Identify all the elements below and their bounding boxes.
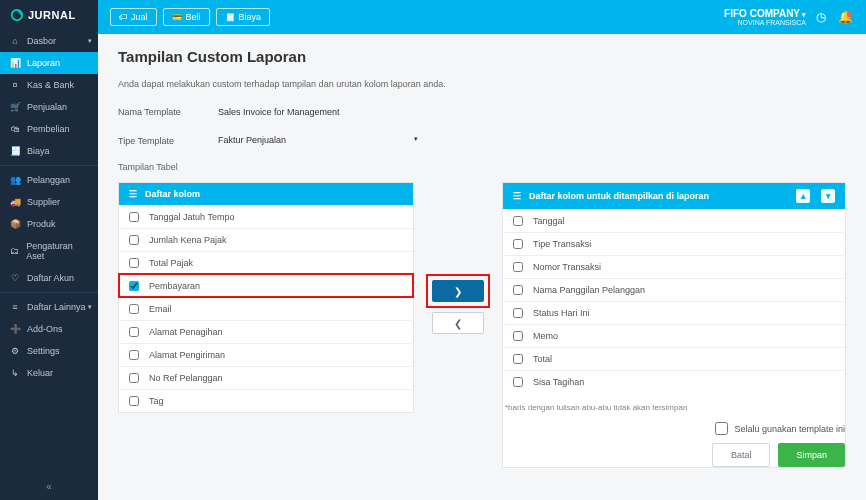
always-use-row[interactable]: Selalu gunakan template ini xyxy=(715,422,845,435)
column-label: Tanggal Jatuh Tempo xyxy=(149,212,234,222)
save-button[interactable]: Simpan xyxy=(778,443,845,467)
available-column-row[interactable]: Tag xyxy=(119,389,413,412)
column-label: Tipe Transaksi xyxy=(533,239,591,249)
sidebar-item-dasbor[interactable]: ⌂Dasbor▾ xyxy=(0,30,98,52)
column-checkbox[interactable] xyxy=(513,285,523,295)
sidebar-item-pengaturan-aset[interactable]: 🗂Pengaturan Aset xyxy=(0,235,98,267)
chevron-down-icon: ▾ xyxy=(88,303,92,311)
transfer-buttons: ❯ ❮ xyxy=(428,182,488,334)
selected-column-row[interactable]: Sisa Tagihan xyxy=(503,370,845,393)
brand-logo[interactable]: JURNAL xyxy=(0,0,98,30)
clock-icon[interactable]: ◷ xyxy=(812,10,830,24)
sidebar-icon: ↳ xyxy=(10,368,20,378)
sidebar-icon: ➕ xyxy=(10,324,20,334)
selected-column-row[interactable]: Memo xyxy=(503,324,845,347)
selected-columns-header: ☰ Daftar kolom untuk ditampilkan di lapo… xyxy=(503,183,845,209)
panel-note: *baris dengan tulisan abu-abu tidak akan… xyxy=(503,399,845,412)
template-name-input[interactable]: Sales Invoice for Management xyxy=(218,103,340,121)
available-column-row[interactable]: Alamat Pengiriman xyxy=(119,343,413,366)
template-type-row: Tipe Template Faktur Penjualan ▾ xyxy=(118,131,846,150)
column-checkbox[interactable] xyxy=(513,354,523,364)
sidebar-item-keluar[interactable]: ↳Keluar xyxy=(0,362,98,384)
column-checkbox[interactable] xyxy=(513,216,523,226)
sidebar-item-label: Pembelian xyxy=(27,124,70,134)
company-switcher[interactable]: FIFO COMPANY NOVINA FRANSISCA xyxy=(724,8,806,27)
selected-column-row[interactable]: Tanggal xyxy=(503,209,845,232)
sidebar-item-daftar-akun[interactable]: ♡Daftar Akun xyxy=(0,267,98,289)
list-icon: ☰ xyxy=(513,191,521,201)
column-checkbox[interactable] xyxy=(513,308,523,318)
topbar-biaya-button[interactable]: 🧾Biaya xyxy=(216,8,271,26)
page-description: Anda dapat melakukan custom terhadap tam… xyxy=(118,79,846,89)
sidebar-icon: 🛒 xyxy=(10,102,20,112)
column-checkbox[interactable] xyxy=(513,377,523,387)
column-checkbox[interactable] xyxy=(129,212,139,222)
sidebar-item-settings[interactable]: ⚙Settings xyxy=(0,340,98,362)
topbar-jual-button[interactable]: 🏷Jual xyxy=(110,8,157,26)
add-column-button[interactable]: ❯ xyxy=(432,280,484,302)
column-checkbox[interactable] xyxy=(129,304,139,314)
column-checkbox[interactable] xyxy=(513,262,523,272)
sidebar-collapse[interactable]: « xyxy=(0,473,98,500)
available-column-row[interactable]: Email xyxy=(119,297,413,320)
sidebar-item-label: Produk xyxy=(27,219,56,229)
logo-icon xyxy=(10,8,24,22)
available-column-row[interactable]: Pembayaran xyxy=(119,274,413,297)
selected-column-row[interactable]: Status Hari Ini xyxy=(503,301,845,324)
list-icon: ☰ xyxy=(129,189,137,199)
selected-column-row[interactable]: Tipe Transaksi xyxy=(503,232,845,255)
sidebar-item-label: Dasbor xyxy=(27,36,56,46)
column-label: Status Hari Ini xyxy=(533,308,590,318)
column-label: Jumlah Kena Pajak xyxy=(149,235,227,245)
sidebar-item-kas-&-bank[interactable]: ¤Kas & Bank xyxy=(0,74,98,96)
available-column-row[interactable]: No Ref Pelanggan xyxy=(119,366,413,389)
column-checkbox[interactable] xyxy=(129,281,139,291)
column-checkbox[interactable] xyxy=(129,373,139,383)
sidebar-item-pelanggan[interactable]: 👥Pelanggan xyxy=(0,169,98,191)
available-column-row[interactable]: Tanggal Jatuh Tempo xyxy=(119,205,413,228)
template-type-label: Tipe Template xyxy=(118,136,218,146)
column-checkbox[interactable] xyxy=(513,331,523,341)
sidebar-item-label: Settings xyxy=(27,346,60,356)
sidebar: JURNAL ⌂Dasbor▾📊Laporan¤Kas & Bank🛒Penju… xyxy=(0,0,98,500)
sidebar-item-label: Pengaturan Aset xyxy=(26,241,88,261)
sidebar-item-label: Keluar xyxy=(27,368,53,378)
remove-column-button[interactable]: ❮ xyxy=(432,312,484,334)
topbar-beli-button[interactable]: 💳Beli xyxy=(163,8,210,26)
template-type-select[interactable]: Faktur Penjualan ▾ xyxy=(218,131,418,150)
available-column-row[interactable]: Jumlah Kena Pajak xyxy=(119,228,413,251)
column-checkbox[interactable] xyxy=(129,396,139,406)
topbar-btn-icon: 🏷 xyxy=(119,13,127,22)
column-checkbox[interactable] xyxy=(129,235,139,245)
column-checkbox[interactable] xyxy=(513,239,523,249)
selected-column-row[interactable]: Nama Panggilan Pelanggan xyxy=(503,278,845,301)
page-title: Tampilan Custom Laporan xyxy=(118,48,846,65)
sidebar-item-pembelian[interactable]: 🛍Pembelian xyxy=(0,118,98,140)
sidebar-item-label: Laporan xyxy=(27,58,60,68)
move-up-button[interactable]: ▴ xyxy=(796,189,810,203)
sidebar-item-penjualan[interactable]: 🛒Penjualan xyxy=(0,96,98,118)
selected-column-row[interactable]: Nomor Transaksi xyxy=(503,255,845,278)
column-checkbox[interactable] xyxy=(129,327,139,337)
bell-icon[interactable]: 🔔 xyxy=(836,10,854,24)
always-use-checkbox[interactable] xyxy=(715,422,728,435)
column-checkbox[interactable] xyxy=(129,258,139,268)
sidebar-item-label: Penjualan xyxy=(27,102,67,112)
highlight-add: ❯ xyxy=(428,276,488,306)
selected-column-row[interactable]: Total xyxy=(503,347,845,370)
sidebar-item-daftar-lainnya[interactable]: ≡Daftar Lainnya▾ xyxy=(0,296,98,318)
sidebar-item-add-ons[interactable]: ➕Add-Ons xyxy=(0,318,98,340)
available-columns-panel: ☰ Daftar kolom Tanggal Jatuh TempoJumlah… xyxy=(118,182,414,413)
chevron-down-icon: ▾ xyxy=(414,135,418,145)
sidebar-item-supplier[interactable]: 🚚Supplier xyxy=(0,191,98,213)
sidebar-item-laporan[interactable]: 📊Laporan xyxy=(0,52,98,74)
sidebar-item-label: Biaya xyxy=(27,146,50,156)
cancel-button[interactable]: Batal xyxy=(712,443,771,467)
column-checkbox[interactable] xyxy=(129,350,139,360)
sidebar-item-produk[interactable]: 📦Produk xyxy=(0,213,98,235)
available-column-row[interactable]: Alamat Penagihan xyxy=(119,320,413,343)
move-down-button[interactable]: ▾ xyxy=(821,189,835,203)
sidebar-item-biaya[interactable]: 🧾Biaya xyxy=(0,140,98,162)
template-name-label: Nama Template xyxy=(118,107,218,117)
available-column-row[interactable]: Total Pajak xyxy=(119,251,413,274)
